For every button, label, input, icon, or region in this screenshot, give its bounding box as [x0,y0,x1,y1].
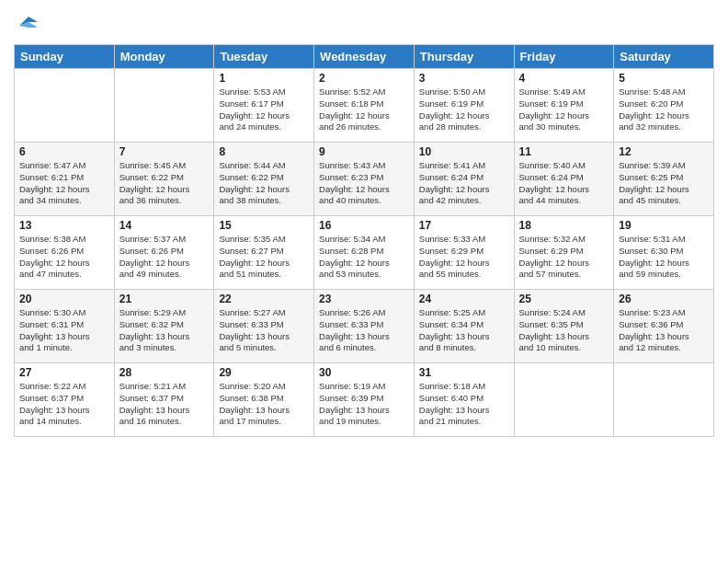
day-info: Sunrise: 5:40 AM Sunset: 6:24 PM Dayligh… [519,160,609,207]
day-number: 1 [219,72,309,85]
calendar-week-row: 6Sunrise: 5:47 AM Sunset: 6:21 PM Daylig… [15,143,714,216]
calendar-cell: 6Sunrise: 5:47 AM Sunset: 6:21 PM Daylig… [15,143,115,216]
day-number: 9 [319,145,409,158]
day-header-tuesday: Tuesday [214,45,314,69]
day-info: Sunrise: 5:30 AM Sunset: 6:31 PM Dayligh… [19,307,109,354]
calendar-cell [15,69,115,143]
calendar-cell: 31Sunrise: 5:18 AM Sunset: 6:40 PM Dayli… [414,363,514,437]
day-info: Sunrise: 5:32 AM Sunset: 6:29 PM Dayligh… [519,234,609,281]
calendar-cell: 24Sunrise: 5:25 AM Sunset: 6:34 PM Dayli… [414,290,514,363]
day-info: Sunrise: 5:48 AM Sunset: 6:20 PM Dayligh… [619,86,709,133]
day-info: Sunrise: 5:37 AM Sunset: 6:26 PM Dayligh… [119,234,210,281]
day-number: 7 [119,145,210,158]
day-header-monday: Monday [114,45,214,69]
day-info: Sunrise: 5:52 AM Sunset: 6:18 PM Dayligh… [319,86,409,133]
day-number: 31 [419,366,509,379]
day-header-wednesday: Wednesday [314,45,415,69]
day-info: Sunrise: 5:45 AM Sunset: 6:22 PM Dayligh… [119,160,210,207]
calendar-cell [614,363,714,437]
day-number: 26 [619,293,709,305]
calendar-cell: 19Sunrise: 5:31 AM Sunset: 6:30 PM Dayli… [614,216,714,290]
calendar-cell: 3Sunrise: 5:50 AM Sunset: 6:19 PM Daylig… [414,69,514,143]
day-number: 13 [19,219,109,232]
calendar-cell: 2Sunrise: 5:52 AM Sunset: 6:18 PM Daylig… [314,69,415,143]
day-number: 21 [119,293,210,305]
calendar-cell: 7Sunrise: 5:45 AM Sunset: 6:22 PM Daylig… [114,143,214,216]
day-info: Sunrise: 5:33 AM Sunset: 6:29 PM Dayligh… [419,234,509,281]
day-number: 23 [319,293,409,305]
calendar-cell: 30Sunrise: 5:19 AM Sunset: 6:39 PM Dayli… [314,363,415,437]
day-number: 19 [619,219,709,232]
day-info: Sunrise: 5:26 AM Sunset: 6:33 PM Dayligh… [319,307,409,354]
day-info: Sunrise: 5:27 AM Sunset: 6:33 PM Dayligh… [219,307,309,354]
day-number: 5 [619,72,709,85]
day-number: 18 [519,219,609,232]
day-number: 4 [519,72,609,85]
day-number: 30 [319,366,409,379]
day-number: 15 [219,219,309,232]
calendar-cell: 9Sunrise: 5:43 AM Sunset: 6:23 PM Daylig… [314,143,415,216]
calendar-cell: 11Sunrise: 5:40 AM Sunset: 6:24 PM Dayli… [514,143,614,216]
day-info: Sunrise: 5:49 AM Sunset: 6:19 PM Dayligh… [519,86,609,133]
page: SundayMondayTuesdayWednesdayThursdayFrid… [0,0,728,563]
calendar-cell: 15Sunrise: 5:35 AM Sunset: 6:27 PM Dayli… [214,216,314,290]
day-info: Sunrise: 5:20 AM Sunset: 6:38 PM Dayligh… [219,381,309,428]
calendar-cell: 4Sunrise: 5:49 AM Sunset: 6:19 PM Daylig… [514,69,614,143]
day-header-saturday: Saturday [614,45,714,69]
calendar-cell: 14Sunrise: 5:37 AM Sunset: 6:26 PM Dayli… [114,216,214,290]
calendar-cell: 23Sunrise: 5:26 AM Sunset: 6:33 PM Dayli… [314,290,415,363]
logo-bird-icon [16,13,38,39]
day-header-thursday: Thursday [414,45,514,69]
day-number: 10 [419,145,509,158]
day-info: Sunrise: 5:53 AM Sunset: 6:17 PM Dayligh… [219,86,309,133]
day-info: Sunrise: 5:41 AM Sunset: 6:24 PM Dayligh… [419,160,509,207]
day-number: 27 [19,366,109,379]
calendar-cell: 28Sunrise: 5:21 AM Sunset: 6:37 PM Dayli… [114,363,214,437]
day-number: 8 [219,145,309,158]
calendar-table: SundayMondayTuesdayWednesdayThursdayFrid… [14,44,714,437]
calendar-cell: 18Sunrise: 5:32 AM Sunset: 6:29 PM Dayli… [514,216,614,290]
day-number: 6 [19,145,109,158]
day-info: Sunrise: 5:31 AM Sunset: 6:30 PM Dayligh… [619,234,709,281]
day-number: 14 [119,219,210,232]
day-info: Sunrise: 5:50 AM Sunset: 6:19 PM Dayligh… [419,86,509,133]
calendar-cell [114,69,214,143]
calendar-cell: 26Sunrise: 5:23 AM Sunset: 6:36 PM Dayli… [614,290,714,363]
calendar-cell: 5Sunrise: 5:48 AM Sunset: 6:20 PM Daylig… [614,69,714,143]
day-number: 16 [319,219,409,232]
day-info: Sunrise: 5:18 AM Sunset: 6:40 PM Dayligh… [419,381,509,428]
day-number: 29 [219,366,309,379]
day-info: Sunrise: 5:38 AM Sunset: 6:26 PM Dayligh… [19,234,109,281]
calendar-cell: 20Sunrise: 5:30 AM Sunset: 6:31 PM Dayli… [15,290,115,363]
calendar-cell: 22Sunrise: 5:27 AM Sunset: 6:33 PM Dayli… [214,290,314,363]
day-info: Sunrise: 5:29 AM Sunset: 6:32 PM Dayligh… [119,307,210,354]
calendar-cell: 17Sunrise: 5:33 AM Sunset: 6:29 PM Dayli… [414,216,514,290]
day-number: 11 [519,145,609,158]
day-number: 25 [519,293,609,305]
header [14,9,714,39]
day-info: Sunrise: 5:44 AM Sunset: 6:22 PM Dayligh… [219,160,309,207]
calendar-cell: 16Sunrise: 5:34 AM Sunset: 6:28 PM Dayli… [314,216,415,290]
calendar-cell: 10Sunrise: 5:41 AM Sunset: 6:24 PM Dayli… [414,143,514,216]
calendar-week-row: 13Sunrise: 5:38 AM Sunset: 6:26 PM Dayli… [15,216,714,290]
day-info: Sunrise: 5:23 AM Sunset: 6:36 PM Dayligh… [619,307,709,354]
calendar-cell: 13Sunrise: 5:38 AM Sunset: 6:26 PM Dayli… [15,216,115,290]
calendar-cell: 8Sunrise: 5:44 AM Sunset: 6:22 PM Daylig… [214,143,314,216]
day-number: 22 [219,293,309,305]
day-info: Sunrise: 5:43 AM Sunset: 6:23 PM Dayligh… [319,160,409,207]
calendar-header-row: SundayMondayTuesdayWednesdayThursdayFrid… [15,45,714,69]
calendar-cell: 29Sunrise: 5:20 AM Sunset: 6:38 PM Dayli… [214,363,314,437]
day-info: Sunrise: 5:21 AM Sunset: 6:37 PM Dayligh… [119,381,210,428]
day-number: 17 [419,219,509,232]
day-info: Sunrise: 5:24 AM Sunset: 6:35 PM Dayligh… [519,307,609,354]
day-info: Sunrise: 5:19 AM Sunset: 6:39 PM Dayligh… [319,381,409,428]
calendar-cell [514,363,614,437]
day-info: Sunrise: 5:35 AM Sunset: 6:27 PM Dayligh… [219,234,309,281]
calendar-cell: 25Sunrise: 5:24 AM Sunset: 6:35 PM Dayli… [514,290,614,363]
calendar-week-row: 27Sunrise: 5:22 AM Sunset: 6:37 PM Dayli… [15,363,714,437]
calendar-week-row: 1Sunrise: 5:53 AM Sunset: 6:17 PM Daylig… [15,69,714,143]
day-number: 12 [619,145,709,158]
calendar-cell: 27Sunrise: 5:22 AM Sunset: 6:37 PM Dayli… [15,363,115,437]
day-number: 28 [119,366,210,379]
day-number: 2 [319,72,409,85]
